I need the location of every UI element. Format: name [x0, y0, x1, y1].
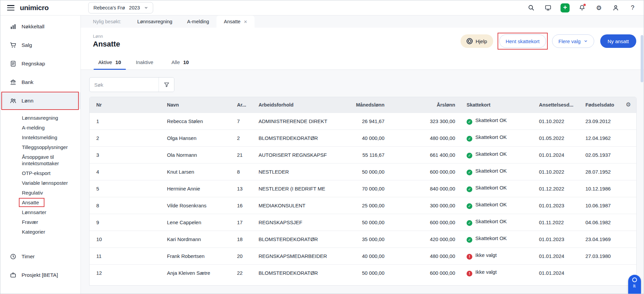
col-navn[interactable]: Navn: [160, 97, 230, 113]
sidebar-lonn-submenu: Lønnsavregning A-melding Inntektsmelding…: [0, 111, 80, 240]
chat-launcher[interactable]: at: [628, 275, 641, 294]
col-ar[interactable]: Ar...: [230, 97, 252, 113]
hent-skattekort-button[interactable]: Hent skattekort: [499, 34, 546, 48]
sidebar-item-label: Regnskap: [22, 61, 45, 67]
menu-icon[interactable]: [7, 5, 14, 10]
view-tab-aktive[interactable]: Aktive 10: [93, 55, 127, 69]
col-fodselsdato[interactable]: Fødselsdato: [579, 97, 622, 113]
table-header-row: Nr Navn Ar... Arbeidsforhold Månedslønn …: [90, 97, 636, 113]
tab-a-melding[interactable]: A-melding: [180, 16, 216, 28]
sidebar-subitem-lonnsarter[interactable]: Lønnsarter: [0, 207, 80, 217]
sidebar-subitem-otp-eksport[interactable]: OTP-eksport: [0, 168, 80, 178]
skattekort-status-icon: [467, 186, 472, 192]
help-button[interactable]: Hjelp: [461, 34, 493, 48]
skattekort-status-label: Skattekort OK: [475, 218, 507, 224]
company-name: Rebecca's Frø: [93, 5, 125, 10]
col-nr[interactable]: Nr: [90, 97, 160, 113]
create-new-button[interactable]: [561, 3, 570, 12]
skattekort-status-icon: [467, 254, 472, 260]
table-row[interactable]: 5Hermine Annie13NESTLEDER (I BEDRIFT ME7…: [90, 180, 636, 197]
topbar: unimicro Rebecca's Frø 2023: [0, 0, 644, 16]
sidebar-subitem-arsoppgave[interactable]: Årsoppgave til inntektsmottaker: [0, 152, 80, 168]
ledger-icon: [10, 60, 16, 67]
sidebar-subitem-fravaer[interactable]: Fravær: [0, 217, 80, 227]
col-arslonn[interactable]: Årslønn: [389, 97, 460, 113]
skattekort-status-label: Skattekort OK: [475, 117, 507, 123]
col-manedslonn[interactable]: Månedslønn: [339, 97, 389, 113]
notifications-bell-icon[interactable]: [578, 3, 586, 12]
help-icon[interactable]: [628, 3, 637, 12]
sidebar-subitem-variable-lonnsposter[interactable]: Variable lønnsposter: [0, 178, 80, 188]
col-skattekort[interactable]: Skattekort: [460, 97, 532, 113]
breadcrumb: Lønn: [93, 34, 120, 39]
sidebar-item-salg[interactable]: Salg: [0, 37, 80, 54]
screen-share-icon[interactable]: [544, 3, 552, 12]
tab-count-badge: 10: [183, 59, 189, 65]
sidebar-subitem-regulativ[interactable]: Regulativ: [0, 188, 80, 198]
sidebar-subitem-a-melding[interactable]: A-melding: [0, 123, 80, 133]
sidebar-item-bank[interactable]: Bank: [0, 74, 80, 91]
ny-ansatt-button[interactable]: Ny ansatt: [600, 34, 636, 48]
sidebar-item-regnskap[interactable]: Regnskap: [0, 55, 80, 72]
table-row[interactable]: 3Ola Normann21AUTORISERT REGNSKAPSF55 11…: [90, 146, 636, 163]
sidebar-item-label: Nøkkeltall: [22, 24, 44, 30]
tab-count-badge: 10: [115, 59, 121, 65]
recent-label: Nylig besøkt:: [93, 19, 121, 24]
page-title: Ansatte: [93, 40, 120, 49]
flere-valg-button[interactable]: Flere valg: [552, 34, 594, 48]
filter-button[interactable]: [159, 78, 174, 92]
view-tab-inaktive[interactable]: Inaktive: [131, 55, 162, 69]
sidebar-subitem-ansatte[interactable]: Ansatte: [0, 198, 80, 207]
table-row[interactable]: 11Frank Robertsen20REGNSKAPSMEDARBEIDER4…: [90, 247, 636, 264]
skattekort-status-label: Ikke valgt: [475, 269, 497, 275]
company-year: 2023: [129, 5, 140, 10]
table-row[interactable]: 9Lene Cappelen17REGNSKAPSSJEF50 000,0060…: [90, 214, 636, 231]
table-row[interactable]: 12Anja Kleiven Sætre22BLOMSTERDEKORATØR5…: [90, 264, 636, 281]
notification-badge: [583, 3, 586, 6]
close-icon[interactable]: ×: [244, 19, 247, 25]
app-window: unimicro Rebecca's Frø 2023: [0, 0, 644, 294]
page-header: Lønn Ansatte Hjelp Hent skattekort: [81, 28, 644, 55]
skattekort-status-label: Skattekort OK: [475, 134, 507, 140]
view-tab-alle[interactable]: Alle 10: [166, 55, 194, 69]
tab-ansatte[interactable]: Ansatte ×: [216, 16, 255, 28]
sidebar-item-lonn[interactable]: Lønn: [0, 92, 80, 109]
settings-gear-icon[interactable]: [595, 3, 603, 12]
col-arbeidsforhold[interactable]: Arbeidsforhold: [252, 97, 339, 113]
lifering-icon: [467, 38, 473, 44]
sidebar-item-label: Timer: [22, 254, 35, 260]
sidebar-item-prosjekt[interactable]: Prosjekt [BETA]: [0, 267, 80, 284]
skattekort-status-label: Skattekort OK: [475, 202, 507, 207]
search-icon[interactable]: [527, 3, 536, 12]
skattekort-status-label: Skattekort OK: [475, 151, 507, 157]
company-selector[interactable]: Rebecca's Frø 2023: [88, 2, 153, 13]
table-row[interactable]: 2Olga Hansen2BLOMSTERDEKORATØR40 000,004…: [90, 129, 636, 146]
table-row[interactable]: 1Rebecca Stølen7ADMINISTRERENDE DIREKT26…: [90, 113, 636, 129]
main-content: Nylig besøkt: Lønnsavregning A-melding A…: [81, 16, 644, 294]
table-toolbar: [89, 77, 644, 92]
bank-icon: [10, 79, 16, 86]
tab-lonnsavregning[interactable]: Lønnsavregning: [130, 16, 180, 28]
sidebar-subitem-tilleggsopplysninger[interactable]: Tilleggsopplysninger: [0, 142, 80, 152]
sidebar: Nøkkeltall Salg Regnskap Bank Lønn Lønns…: [0, 16, 81, 294]
user-profile-icon[interactable]: [611, 3, 620, 12]
skattekort-status-icon: [467, 271, 472, 276]
column-settings-gear-icon[interactable]: [626, 101, 631, 108]
employees-table: Nr Navn Ar... Arbeidsforhold Månedslønn …: [90, 97, 636, 281]
sidebar-subitem-inntektsmelding[interactable]: Inntektsmelding: [0, 133, 80, 142]
cart-icon: [10, 42, 16, 49]
sidebar-item-nokkeltall[interactable]: Nøkkeltall: [0, 18, 80, 35]
clock-icon: [10, 253, 16, 260]
col-ansettelsesdato[interactable]: Ansettelsesd...: [532, 97, 579, 113]
table-row[interactable]: 4Knut Larsen8NESTLEDER50 000,00600 000,0…: [90, 163, 636, 180]
sidebar-subitem-kategorier[interactable]: Kategorier: [0, 227, 80, 237]
table-row[interactable]: 8Vilde Rosenkrans16MEDIAKONSULENT25 000,…: [90, 197, 636, 214]
scrollbar-thumb[interactable]: [641, 35, 643, 82]
sidebar-item-timer[interactable]: Timer: [0, 248, 80, 265]
bar-chart-icon: [10, 23, 16, 30]
sidebar-subitem-lonnsavregning[interactable]: Lønnsavregning: [0, 113, 80, 123]
table-row[interactable]: 10Kari Nordmann18BLOMSTERDEKORATØR35 000…: [90, 231, 636, 247]
vertical-scrollbar[interactable]: [641, 32, 643, 290]
search-input[interactable]: [90, 78, 159, 92]
chat-label: at: [633, 284, 637, 288]
